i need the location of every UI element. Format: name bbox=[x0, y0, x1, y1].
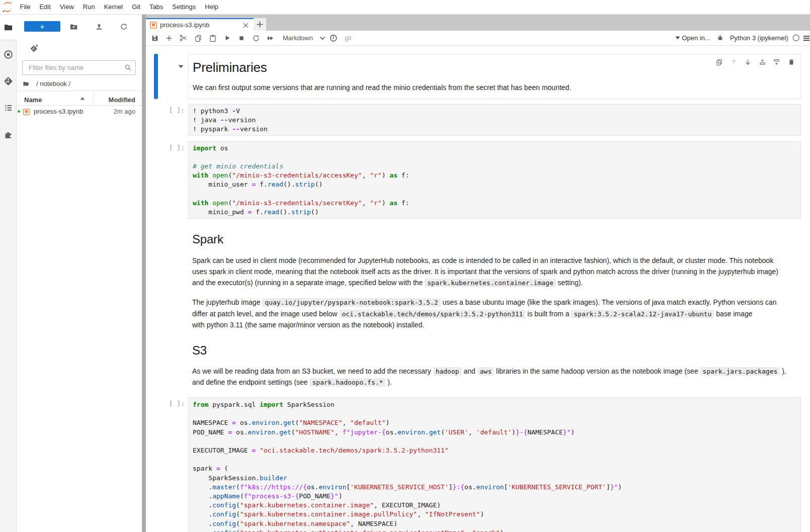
main-dock-panel: process-s3.ipynb bbox=[146, 15, 810, 532]
markdown-cell[interactable]: S3As we will be reading data from an S3 … bbox=[154, 343, 810, 388]
bug-icon bbox=[717, 35, 723, 41]
insert-cell-below-button[interactable] bbox=[766, 58, 781, 66]
interrupt-kernel-button[interactable] bbox=[234, 31, 249, 45]
folder-icon bbox=[4, 23, 13, 32]
file-open-dot bbox=[18, 110, 20, 113]
stop-icon bbox=[238, 35, 245, 42]
chevron-down-icon bbox=[319, 36, 326, 40]
rendered-markdown[interactable]: PreliminariesWe can first output some ve… bbox=[188, 54, 801, 99]
tab-close-button[interactable] bbox=[241, 21, 250, 29]
column-header-modified[interactable]: Modified bbox=[109, 96, 135, 104]
markdown-paragraph: Spark can be used in client mode (recomm… bbox=[192, 255, 797, 289]
filter-files-input[interactable] bbox=[22, 60, 136, 75]
inline-code: spark.kubernetes.container.image bbox=[425, 279, 555, 287]
paste-cells-button[interactable] bbox=[206, 31, 220, 45]
delete-cell-button[interactable] bbox=[780, 58, 795, 66]
code-editor[interactable]: ! python3 -V! java --version! pyspark --… bbox=[188, 104, 801, 136]
refresh-button[interactable] bbox=[118, 21, 130, 32]
breadcrumb[interactable]: / notebook / bbox=[23, 77, 70, 90]
menu-kernel[interactable]: Kernel bbox=[100, 0, 128, 14]
add-icon bbox=[165, 34, 173, 42]
file-name: process-s3.ipynb bbox=[34, 108, 83, 115]
panel-menu-icon[interactable] bbox=[803, 35, 810, 42]
file-list-header: Name Modified bbox=[17, 91, 142, 105]
code-editor[interactable]: import os # get minio credentialswith op… bbox=[188, 141, 801, 219]
jupyter-logo bbox=[0, 0, 16, 14]
cell-collapser[interactable] bbox=[154, 54, 158, 99]
move-cell-up-button[interactable] bbox=[723, 58, 738, 66]
inline-code: oci.stackable.tech/demos/spark:3.5.2-pyt… bbox=[339, 310, 525, 318]
copy-cells-button[interactable] bbox=[191, 31, 205, 45]
upload-button[interactable] bbox=[93, 21, 105, 32]
kernel-status-icon[interactable] bbox=[792, 34, 800, 42]
cell-collapser[interactable] bbox=[154, 343, 158, 388]
run-cell-button[interactable] bbox=[220, 31, 234, 45]
notebook-content: PreliminariesWe can first output some ve… bbox=[146, 46, 810, 532]
restart-run-all-button[interactable] bbox=[263, 31, 277, 45]
cell-collapser[interactable] bbox=[154, 104, 158, 136]
rendered-markdown[interactable]: S3As we will be reading data from an S3 … bbox=[188, 343, 801, 388]
kernel-name[interactable]: Python 3 (ipykernel) bbox=[730, 34, 788, 42]
cell-type-dropdown[interactable]: Markdown bbox=[283, 31, 326, 45]
rendered-markdown[interactable]: SparkSpark can be used in client mode (r… bbox=[188, 232, 801, 330]
save-icon bbox=[151, 34, 159, 42]
markdown-paragraph: We can first output some versions that a… bbox=[193, 82, 796, 93]
paste-icon bbox=[209, 34, 217, 42]
cut-cells-button[interactable] bbox=[177, 31, 191, 45]
tab-process-s3[interactable]: process-s3.ipynb bbox=[146, 18, 254, 31]
new-tab-button[interactable] bbox=[254, 18, 266, 31]
code-editor[interactable]: from pyspark.sql import SparkSession NAM… bbox=[188, 397, 801, 532]
cell-prompt: [ ]: bbox=[158, 397, 188, 532]
code-cell[interactable]: [ ]:from pyspark.sql import SparkSession… bbox=[154, 397, 810, 532]
menu-view[interactable]: View bbox=[55, 0, 78, 14]
insert-cell-button[interactable] bbox=[162, 31, 176, 45]
menu-bar: FileEditViewRunKernelGitTabsSettingsHelp bbox=[0, 0, 810, 15]
markdown-heading: Preliminaries bbox=[193, 60, 796, 75]
new-launcher-button[interactable]: + bbox=[24, 21, 60, 32]
menu-file[interactable]: File bbox=[16, 0, 35, 14]
cell-prompt bbox=[158, 54, 188, 99]
plus-icon bbox=[256, 21, 264, 28]
move-cell-down-button[interactable] bbox=[738, 58, 752, 66]
git-clone-button[interactable] bbox=[28, 43, 40, 54]
code-cell[interactable]: [ ]:import os # get minio credentialswit… bbox=[154, 141, 810, 219]
inline-code: aws bbox=[477, 367, 494, 376]
cell-prompt: [ ]: bbox=[158, 141, 188, 219]
column-header-name[interactable]: Name bbox=[24, 96, 42, 104]
restart-kernel-button[interactable] bbox=[249, 31, 263, 45]
menu-run[interactable]: Run bbox=[78, 0, 100, 14]
sidebar-tab-git[interactable] bbox=[0, 68, 16, 95]
code-cell[interactable]: [ ]:! python3 -V! java --version! pyspar… bbox=[154, 104, 810, 136]
new-folder-button[interactable] bbox=[67, 21, 79, 32]
markdown-cell[interactable]: PreliminariesWe can first output some ve… bbox=[154, 54, 810, 99]
file-listing: process-s3.ipynb2m ago bbox=[17, 106, 142, 532]
menu-tabs[interactable]: Tabs bbox=[145, 0, 168, 14]
sidebar-tab-file-browser[interactable] bbox=[0, 15, 17, 40]
insert-cell-above-button[interactable] bbox=[752, 58, 766, 66]
notebook-file-icon bbox=[23, 109, 30, 115]
menu-help[interactable]: Help bbox=[200, 0, 223, 14]
inline-code: spark.hadoopo.fs.* bbox=[310, 378, 386, 387]
sort-ascending-icon bbox=[80, 97, 85, 100]
menu-git[interactable]: Git bbox=[127, 0, 145, 14]
markdown-cell[interactable]: SparkSpark can be used in client mode (r… bbox=[154, 232, 810, 330]
sidebar-splitter[interactable] bbox=[142, 15, 146, 532]
fast-forward-icon bbox=[266, 34, 274, 42]
puzzle-icon bbox=[4, 130, 13, 139]
sidebar-tab-toc[interactable] bbox=[0, 95, 16, 121]
sidebar-tab-running[interactable] bbox=[0, 41, 16, 68]
markdown-heading: Spark bbox=[192, 232, 797, 246]
open-in-dropdown[interactable]: Open in... bbox=[675, 34, 710, 42]
sidebar-tab-extensions[interactable] bbox=[0, 121, 16, 148]
duplicate-cell-button[interactable] bbox=[708, 58, 723, 66]
cell-collapser[interactable] bbox=[154, 141, 158, 219]
file-row[interactable]: process-s3.ipynb2m ago bbox=[17, 106, 142, 117]
save-button[interactable] bbox=[148, 31, 162, 45]
menu-settings[interactable]: Settings bbox=[168, 0, 200, 14]
run-icon bbox=[223, 34, 231, 42]
heading-collapse-icon[interactable] bbox=[178, 65, 184, 68]
cell-collapser[interactable] bbox=[154, 232, 158, 330]
menu-edit[interactable]: Edit bbox=[35, 0, 55, 14]
debugger-button[interactable] bbox=[717, 35, 723, 41]
cell-collapser[interactable] bbox=[154, 397, 158, 532]
